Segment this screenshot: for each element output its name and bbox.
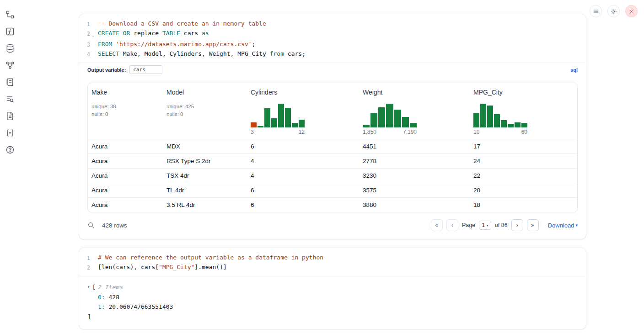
output-variable-input[interactable]: cars bbox=[129, 65, 162, 74]
logs-search-icon[interactable] bbox=[5, 94, 16, 105]
settings-button[interactable] bbox=[607, 5, 620, 17]
line-number: 2 bbox=[79, 263, 90, 272]
chevron-down-icon: ▾ bbox=[487, 223, 488, 227]
column-name[interactable]: Cylinders bbox=[251, 89, 355, 96]
search-icon[interactable] bbox=[87, 222, 95, 229]
column-name[interactable]: MPG_City bbox=[473, 89, 574, 96]
column-name[interactable]: Weight bbox=[363, 89, 466, 96]
dependency-graph-icon[interactable] bbox=[5, 60, 16, 71]
function-icon[interactable] bbox=[5, 26, 16, 37]
open-bracket: [ bbox=[92, 282, 96, 292]
table-cell: 6 bbox=[247, 198, 359, 212]
histogram-bar[interactable] bbox=[271, 118, 277, 127]
python-code: 1# We can reference the output variable … bbox=[79, 253, 580, 272]
download-label: Download bbox=[548, 222, 574, 229]
histogram-bar[interactable] bbox=[515, 122, 521, 127]
histogram-range: 1,8507,190 bbox=[363, 129, 417, 135]
histogram[interactable] bbox=[363, 104, 417, 127]
histogram-bar[interactable] bbox=[402, 117, 409, 127]
python-output: ▾ [ 2 Items 0: 4281: 20.060747663551403 … bbox=[79, 276, 586, 329]
code-line: 1# We can reference the output variable … bbox=[79, 253, 580, 263]
table-cell: TL 4dr bbox=[163, 183, 247, 197]
chevron-down-icon: ▾ bbox=[575, 223, 578, 227]
code-text: CREATE OR replace TABLE cars as bbox=[96, 29, 209, 40]
sql-cell: 1-- Download a CSV and create an in-memo… bbox=[79, 14, 586, 239]
first-page-button[interactable]: « bbox=[431, 219, 443, 231]
table-cell: Acura bbox=[88, 198, 163, 212]
histogram-bar[interactable] bbox=[299, 120, 305, 127]
histogram-bar[interactable] bbox=[394, 110, 401, 127]
table-cell: 4451 bbox=[359, 139, 470, 153]
histogram-bar[interactable] bbox=[480, 104, 486, 127]
python-cell: 1# We can reference the output variable … bbox=[79, 248, 586, 329]
item-value: 20.060747663551403 bbox=[105, 303, 173, 310]
row-count: 428 rows bbox=[102, 222, 127, 229]
histogram-bar[interactable] bbox=[473, 113, 479, 127]
histogram-bar[interactable] bbox=[487, 106, 493, 127]
marimo-app: 1-- Download a CSV and create an in-memo… bbox=[0, 0, 644, 333]
shutdown-button[interactable] bbox=[625, 5, 638, 17]
histogram-bar[interactable] bbox=[258, 126, 263, 127]
menu-button[interactable] bbox=[590, 5, 602, 17]
items-count: 2 Items bbox=[98, 282, 123, 292]
code-text: # We can reference the output variable a… bbox=[96, 253, 323, 263]
fold-chevron-icon[interactable]: ⌄ bbox=[90, 29, 96, 40]
table-row[interactable]: AcuraTL 4dr6357520 bbox=[88, 183, 577, 197]
database-icon[interactable] bbox=[5, 43, 16, 54]
sql-editor[interactable]: 1-- Download a CSV and create an in-memo… bbox=[79, 14, 586, 63]
column-histogram: 1060 bbox=[473, 104, 527, 135]
table-row[interactable]: AcuraRSX Type S 2dr4277824 bbox=[88, 153, 577, 168]
collapse-chevron-icon[interactable]: ▾ bbox=[87, 282, 90, 292]
histogram-bar[interactable] bbox=[292, 123, 298, 127]
table-cell: 17 bbox=[470, 139, 577, 153]
table-cell: Acura bbox=[88, 139, 163, 153]
last-page-button[interactable]: » bbox=[527, 219, 539, 231]
table-row[interactable]: AcuraMDX6445117 bbox=[88, 139, 577, 153]
histogram-bar[interactable] bbox=[285, 108, 291, 127]
histogram-bar[interactable] bbox=[386, 104, 393, 127]
table-cell: 4 bbox=[247, 154, 359, 168]
table-cell: RSX Type S 2dr bbox=[163, 154, 247, 168]
histogram[interactable] bbox=[473, 104, 527, 127]
code-text: FROM 'https://datasets.marimo.app/cars.c… bbox=[96, 40, 255, 49]
page-select[interactable]: 1▾ bbox=[479, 221, 491, 230]
histogram-bar[interactable] bbox=[501, 120, 507, 127]
table-cell: 6 bbox=[247, 139, 359, 153]
table-cell: 2778 bbox=[359, 154, 470, 168]
column-name[interactable]: Model bbox=[166, 89, 243, 96]
table-cell: 3880 bbox=[359, 198, 470, 212]
histogram-bar[interactable] bbox=[410, 123, 417, 127]
table-cell: 18 bbox=[470, 198, 577, 212]
histogram-bar[interactable] bbox=[521, 123, 527, 127]
histogram-bar[interactable] bbox=[251, 122, 257, 127]
table-cell: 24 bbox=[470, 154, 577, 168]
histogram[interactable] bbox=[251, 104, 305, 127]
prev-page-button[interactable]: ‹ bbox=[446, 219, 458, 231]
histogram-bar[interactable] bbox=[378, 107, 385, 127]
download-button[interactable]: Download▾ bbox=[548, 222, 578, 229]
histogram-bar[interactable] bbox=[363, 125, 370, 127]
language-badge: sql bbox=[570, 67, 578, 73]
table-cell: 6 bbox=[247, 183, 359, 197]
help-icon[interactable] bbox=[5, 144, 16, 155]
table-row[interactable]: AcuraTSX 4dr4323022 bbox=[88, 168, 577, 183]
file-tree-icon[interactable] bbox=[5, 9, 16, 20]
histogram-bar[interactable] bbox=[508, 124, 514, 127]
python-editor[interactable]: 1# We can reference the output variable … bbox=[79, 248, 586, 276]
document-icon[interactable] bbox=[5, 111, 16, 122]
next-page-button[interactable]: › bbox=[511, 219, 523, 231]
page-total: of 86 bbox=[495, 222, 508, 228]
histogram-range: 312 bbox=[251, 129, 305, 135]
column-name[interactable]: Make bbox=[91, 89, 159, 96]
notebook-icon[interactable] bbox=[5, 77, 16, 88]
column-header: MPG_City1060 bbox=[470, 83, 577, 139]
histogram-bar[interactable] bbox=[264, 108, 270, 127]
table-row[interactable]: Acura3.5 RL 4dr6388018 bbox=[88, 197, 577, 212]
code-line: 3FROM 'https://datasets.marimo.app/cars.… bbox=[79, 40, 580, 49]
histogram-bar[interactable] bbox=[278, 104, 284, 127]
output-variable-label: Output variable: bbox=[87, 67, 126, 73]
table-body: AcuraMDX6445117AcuraRSX Type S 2dr427782… bbox=[88, 139, 577, 212]
variables-icon[interactable] bbox=[5, 127, 16, 138]
histogram-bar[interactable] bbox=[494, 114, 500, 127]
histogram-bar[interactable] bbox=[370, 113, 377, 127]
